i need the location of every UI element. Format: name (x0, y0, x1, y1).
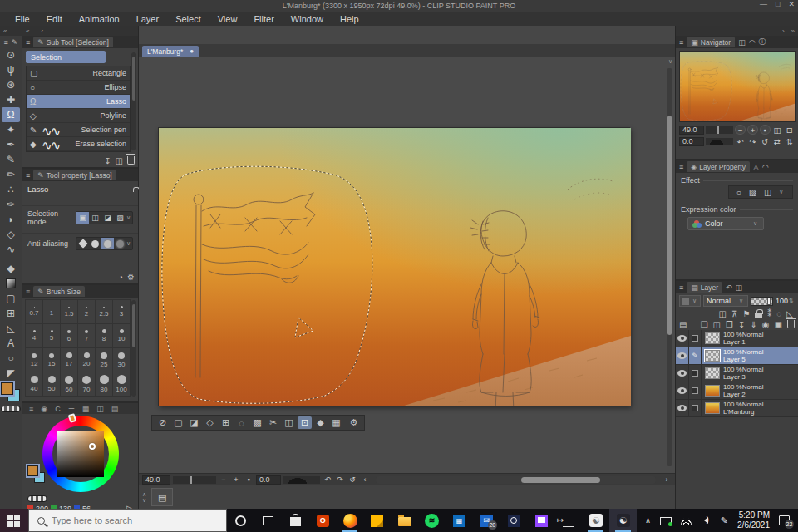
expression-color-dropdown[interactable]: Color ∨ (687, 217, 764, 230)
copy-paste-icon[interactable]: ◫ (282, 416, 296, 429)
fit-to-window-icon[interactable]: ▪ (760, 125, 771, 135)
brush-size-option[interactable]: 1 (43, 300, 61, 324)
chevron-down-icon[interactable]: ∨ (126, 214, 132, 221)
scroll-down-icon[interactable]: ∨ (142, 497, 146, 503)
fill-tool[interactable]: ◆ (2, 261, 20, 276)
sub-tool-erase-selection[interactable]: ◆ ∿∿ Erase selection (27, 137, 130, 151)
clip-studio-paint-icon[interactable]: ☯ (609, 509, 637, 532)
expand-selection-icon[interactable]: ◇ (203, 416, 217, 429)
restore-defaults-icon[interactable]: ◔ (118, 273, 123, 282)
navigator-tab[interactable]: ▣ Navigator (687, 37, 735, 47)
apply-mask-icon[interactable]: ▣ (775, 320, 782, 329)
brush-tool[interactable]: ✑ (2, 197, 20, 212)
brush-size-option[interactable]: 50 (43, 372, 61, 397)
zoom-value[interactable]: 49.0 (142, 475, 170, 485)
layer-tab[interactable]: ▤ Layer (687, 282, 722, 293)
brush-size-option[interactable]: 80 (96, 372, 113, 397)
canvas-horizontal-scrollbar[interactable] (376, 476, 656, 484)
color-wheel-tab-icon[interactable]: ◉ (41, 405, 47, 413)
tone-effect-icon[interactable]: ▨ (749, 188, 756, 197)
transparent-color-swatch[interactable] (27, 495, 47, 502)
sv-cursor[interactable] (89, 443, 96, 450)
document-close-icon[interactable]: ● (190, 47, 194, 55)
new-tone-icon[interactable]: ▦ (329, 416, 343, 429)
brush-size-option[interactable]: 6 (61, 324, 78, 348)
eraser-tool[interactable]: ◇ (2, 227, 20, 242)
hand-tool[interactable]: ψ (2, 62, 20, 77)
mode-remove-selection[interactable]: ◪ (101, 212, 114, 224)
brush-size-option[interactable]: 1.5 (61, 300, 78, 324)
blend-tool[interactable]: ◗ (2, 212, 20, 227)
minimize-button[interactable]: — (760, 0, 767, 8)
layer-color-effect-icon[interactable]: ◫ (764, 188, 771, 197)
figure-tool[interactable]: ▢ (2, 291, 20, 306)
calculator-icon[interactable]: ▦ (446, 509, 473, 532)
panel-chevron-icon[interactable]: › (782, 27, 785, 35)
aa-weak[interactable] (89, 238, 101, 249)
correct-line-tool[interactable]: ◤ (2, 366, 20, 381)
layer-thumbnail[interactable] (705, 332, 720, 344)
search-layer-tab-icon[interactable]: ◠ (762, 163, 769, 171)
brush-size-option[interactable]: 20 (78, 348, 96, 372)
palette-color-dropdown[interactable]: ∨ (679, 295, 701, 307)
close-button[interactable]: ✕ (788, 0, 795, 8)
merge-down-icon[interactable]: ⇓ (750, 320, 756, 329)
color-history-tab-icon[interactable]: ▤ (111, 405, 119, 413)
actual-size-icon[interactable]: ◫ (772, 125, 783, 135)
aa-none[interactable] (76, 238, 89, 249)
pencil-tool[interactable]: ✏ (2, 167, 20, 182)
wifi-icon[interactable] (681, 518, 692, 525)
color-swatches[interactable] (1, 382, 21, 402)
sub-tool-ellipse[interactable]: ○ Ellipse (27, 81, 130, 95)
sub-tool-group-selection[interactable]: Selection (26, 51, 106, 63)
brush-size-tab[interactable]: ✎ Brush Size (33, 286, 85, 297)
sub-tool-polyline[interactable]: ◇ Polyline (27, 109, 130, 123)
layer-row[interactable]: 100 %NormalLayer 3 (676, 365, 798, 382)
move-tool[interactable]: ✚ (2, 92, 20, 107)
operation-tool[interactable]: ⊛ (2, 77, 20, 92)
security-monitor-icon[interactable] (660, 517, 672, 525)
layer-visibility-icon[interactable] (677, 370, 687, 377)
cortana-icon[interactable] (227, 509, 254, 532)
layer-visibility-icon[interactable] (677, 335, 687, 342)
scroll-up-icon[interactable]: ∧ (142, 491, 146, 497)
layer-visibility-icon[interactable] (677, 405, 687, 411)
watercolor-tool[interactable]: ∿ (2, 242, 20, 257)
selection-lasso-tool[interactable]: Ω (2, 107, 20, 122)
foreground-color-swatch[interactable] (27, 466, 38, 476)
sub-tool-scrollbar[interactable] (131, 52, 136, 150)
ruler-tool[interactable]: ◺ (2, 321, 20, 336)
color-wheel[interactable] (22, 414, 138, 494)
balloon-tool[interactable]: ○ (2, 351, 20, 366)
chevron-down-icon[interactable]: ∨ (779, 189, 785, 195)
collapse-panels-icon[interactable]: « (26, 27, 29, 35)
brush-size-option[interactable]: 100 (113, 372, 131, 397)
new-raster-layer-icon[interactable]: ❏ (701, 320, 708, 329)
layer-checkbox[interactable] (692, 405, 698, 411)
navigator-rotation-slider[interactable] (706, 138, 733, 145)
menu-window[interactable]: Window (283, 14, 332, 24)
menu-animation[interactable]: Animation (71, 14, 128, 24)
layer-property-tab[interactable]: ◈ Layer Property (687, 161, 750, 172)
panel-chevron-icon[interactable]: ‹ (41, 27, 43, 35)
scroll-right-icon[interactable]: › (662, 475, 672, 484)
gradient-tool[interactable] (2, 276, 20, 291)
rotate-left-icon[interactable]: ↶ (735, 136, 746, 146)
pen-settings-icon[interactable]: ✎ (721, 515, 728, 526)
panel-menu-icon[interactable]: ≡ (679, 163, 683, 171)
flip-vertical-icon[interactable]: ⇅ (784, 136, 795, 146)
saturation-value-box[interactable] (57, 431, 104, 477)
brush-size-scrollbar[interactable] (131, 300, 136, 397)
zoom-in-icon[interactable]: + (231, 475, 241, 484)
panel-menu-icon[interactable]: ≡ (26, 38, 30, 47)
rotation-slider[interactable] (283, 476, 320, 484)
lock-transparent-pixels-icon[interactable]: ⁑ (767, 309, 771, 318)
brush-size-option[interactable]: 3 (113, 300, 131, 324)
brush-size-option[interactable]: 15 (43, 348, 61, 372)
brush-size-option[interactable]: 17 (61, 348, 78, 372)
collapse-tools-icon[interactable]: « (3, 27, 7, 35)
sub-tool-tab[interactable]: ✎ Sub Tool [Selection] (33, 37, 113, 47)
aa-strong[interactable] (114, 238, 126, 249)
scale-rotate-icon[interactable]: ⊡ (298, 416, 312, 429)
rotate-right-icon[interactable]: ↷ (335, 475, 345, 484)
